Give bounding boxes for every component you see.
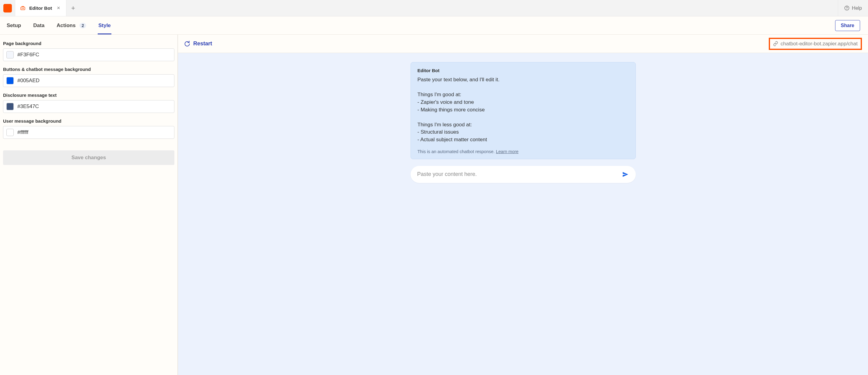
tab-data[interactable]: Data (33, 17, 45, 34)
restart-icon (184, 41, 190, 47)
page-bg-label: Page background (3, 41, 175, 46)
tab-setup[interactable]: Setup (6, 17, 22, 34)
chat-preview: Editor Bot Paste your text below, and I'… (178, 53, 868, 375)
page-bg-swatch[interactable] (6, 51, 14, 58)
user-bg-input[interactable]: #ffffff (3, 126, 175, 139)
disclosure-value: #3E547C (17, 103, 39, 110)
disclosure-swatch[interactable] (6, 103, 14, 110)
disclosure-label: Disclosure message text (3, 93, 175, 98)
bot-name: Editor Bot (417, 68, 629, 73)
tab-style[interactable]: Style (98, 17, 112, 34)
help-button[interactable]: Help (838, 0, 868, 16)
close-icon[interactable]: × (56, 4, 61, 12)
learn-more-link[interactable]: Learn more (496, 149, 518, 154)
user-bg-value: #ffffff (17, 129, 28, 135)
chat-input[interactable] (417, 171, 622, 178)
zapier-logo-icon (3, 4, 12, 12)
share-url-chip[interactable]: chatbot-editor-bot.zapier.app/chat (769, 38, 862, 50)
chatbot-icon (20, 5, 26, 11)
top-tab-bar: Editor Bot × + Help (0, 0, 868, 17)
style-panel: Page background #F3F6FC Buttons & chatbo… (0, 35, 178, 375)
send-button[interactable] (622, 171, 629, 178)
tab-actions-label: Actions (57, 23, 75, 28)
restart-label: Restart (193, 40, 212, 47)
chat-input-bar (410, 166, 636, 183)
bot-message-card: Editor Bot Paste your text below, and I'… (410, 62, 636, 159)
disclosure-input[interactable]: #3E547C (3, 100, 175, 113)
bot-message-text: Paste your text below, and I'll edit it.… (417, 76, 629, 144)
send-icon (622, 171, 629, 178)
buttons-bg-input[interactable]: #005AED (3, 74, 175, 87)
user-bg-swatch[interactable] (6, 129, 14, 136)
preview-pane: Restart chatbot-editor-bot.zapier.app/ch… (178, 35, 868, 375)
page-bg-value: #F3F6FC (17, 52, 39, 58)
share-button[interactable]: Share (835, 20, 860, 31)
help-label: Help (852, 5, 862, 11)
tab-title: Editor Bot (29, 5, 52, 11)
user-bg-label: User message background (3, 118, 175, 124)
tab-editor-bot[interactable]: Editor Bot × (15, 0, 66, 16)
restart-button[interactable]: Restart (184, 40, 212, 47)
add-tab-button[interactable]: + (66, 0, 80, 16)
disclosure-prefix: This is an automated chatbot response. (417, 149, 496, 154)
share-url-text: chatbot-editor-bot.zapier.app/chat (781, 41, 858, 47)
disclosure-text: This is an automated chatbot response. L… (417, 149, 629, 154)
svg-point-2 (24, 8, 24, 9)
svg-rect-0 (21, 7, 25, 10)
buttons-bg-value: #005AED (17, 77, 39, 84)
page-bg-input[interactable]: #F3F6FC (3, 49, 175, 61)
link-icon (773, 41, 778, 46)
actions-count-badge: 2 (80, 23, 86, 28)
app-logo[interactable] (0, 0, 15, 16)
buttons-bg-label: Buttons & chatbot message background (3, 67, 175, 72)
svg-point-4 (847, 9, 847, 9)
svg-point-1 (22, 8, 23, 9)
help-icon (844, 5, 849, 11)
save-changes-button[interactable]: Save changes (3, 150, 175, 165)
sub-nav: Setup Data Actions 2 Style Share (0, 17, 868, 35)
preview-toolbar: Restart chatbot-editor-bot.zapier.app/ch… (178, 35, 868, 53)
tab-actions[interactable]: Actions 2 (56, 17, 87, 34)
buttons-bg-swatch[interactable] (6, 77, 14, 84)
